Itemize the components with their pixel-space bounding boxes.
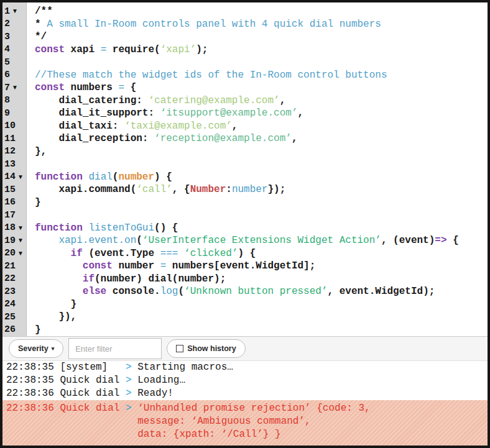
fold-toggle-icon[interactable]: ▼	[17, 225, 24, 231]
fold-toggle-icon[interactable]: ▼	[17, 250, 24, 257]
line-number: 26	[2, 324, 16, 335]
code-line-row: 2* A small In-Room controls panel with 4…	[2, 18, 488, 31]
code-line-row: 14▼function dial(number) {	[2, 171, 488, 184]
log-time: 22:38:35	[6, 374, 60, 387]
code-token: }	[35, 197, 41, 208]
code-token: if	[71, 248, 83, 259]
code-line[interactable]: /**	[26, 5, 53, 18]
code-editor[interactable]: 1▼/**2* A small In-Room controls panel w…	[2, 2, 488, 336]
log-arrow-icon: >	[126, 387, 137, 400]
code-line[interactable]: xapi.command(‘call’, {Number:number});	[26, 183, 285, 196]
code-token: ===	[160, 248, 178, 259]
code-token: =	[160, 260, 167, 272]
code-token: ,	[232, 121, 238, 132]
code-token: ‘itsupport@example.com’	[160, 107, 298, 119]
severity-filter-button[interactable]: Severity ▾	[9, 339, 63, 358]
code-token: number	[118, 171, 154, 183]
code-line[interactable]: },	[26, 145, 47, 158]
code-line[interactable]: const xapi = require(‘xapi’);	[26, 43, 208, 57]
code-line-row: 16}	[2, 196, 488, 209]
code-line[interactable]: else console.log(‘Unknown button pressed…	[26, 285, 435, 298]
gutter-cell: 16	[2, 196, 26, 209]
code-token: xapi.command(	[35, 184, 136, 195]
console-toolbar: Severity ▾ Show history	[2, 336, 488, 361]
code-token: ‘Unknown button pressed’	[184, 286, 327, 297]
code-token: ‘UserInterface Extensions Widget Action’	[142, 235, 381, 246]
code-token: *	[35, 19, 47, 30]
code-line[interactable]: */	[26, 30, 47, 43]
code-line[interactable]: if(number) dial(number);	[26, 273, 226, 286]
gutter-cell: 23	[2, 285, 26, 298]
log-source: Quick dial	[60, 374, 126, 387]
code-line[interactable]: dial_it_support: ‘itsupport@example.com’…	[26, 107, 303, 120]
code-line[interactable]: dial_taxi: ‘taxi@example.com’,	[26, 120, 238, 133]
code-line-row: 22 if(number) dial(number);	[2, 273, 488, 286]
code-line-row: 26}	[2, 324, 488, 337]
code-line[interactable]: if (event.Type === ‘clicked’) {	[26, 247, 256, 260]
code-token: number	[232, 184, 268, 195]
code-line[interactable]: }	[26, 324, 41, 337]
code-token: );	[196, 44, 208, 55]
code-line[interactable]	[26, 209, 35, 222]
code-token: dial_it_support:	[35, 107, 160, 119]
code-line[interactable]: xapi.event.on(‘UserInterface Extensions …	[26, 234, 459, 247]
code-line[interactable]	[26, 158, 35, 171]
line-number: 6	[2, 70, 10, 80]
log-time: 22:38:36	[6, 402, 60, 415]
code-token: const	[83, 260, 113, 272]
code-line[interactable]: }	[26, 196, 41, 209]
code-line[interactable]: }	[26, 298, 76, 311]
code-token: :	[226, 184, 232, 195]
code-token: ‘clicked’	[184, 248, 238, 259]
code-token: , {	[172, 184, 190, 195]
code-line[interactable]: dial_catering: ‘catering@example.com’,	[26, 94, 285, 107]
code-line[interactable]: function listenToGui() {	[26, 222, 178, 235]
code-token: log	[160, 286, 178, 297]
code-token: else	[83, 286, 106, 297]
code-line[interactable]: function dial(number) {	[26, 171, 172, 184]
gutter-cell: 3	[2, 30, 26, 43]
line-number: 24	[2, 299, 16, 309]
code-line-row: 20▼ if (event.Type === ‘clicked’) {	[2, 247, 488, 260]
line-number: 7	[2, 83, 10, 93]
code-line[interactable]: const number = numbers[event.WidgetId];	[26, 260, 315, 273]
fold-toggle-icon[interactable]: ▼	[12, 8, 18, 14]
code-line-row: 19▼ xapi.event.on(‘UserInterface Extensi…	[2, 234, 488, 247]
gutter-cell: 9	[2, 107, 26, 120]
console-log[interactable]: 22:38:35[system]>Starting macros…22:38:3…	[2, 361, 488, 446]
show-history-label: Show history	[187, 344, 236, 353]
code-line[interactable]: //These match the widget ids of the In-R…	[26, 69, 387, 82]
fold-toggle-icon[interactable]: ▼	[12, 85, 18, 91]
gutter-cell: 7▼	[2, 81, 26, 94]
code-token	[178, 248, 184, 259]
code-token: const	[35, 82, 65, 93]
gutter-cell: 13	[2, 158, 26, 171]
log-row: 22:38:35[system]>Starting macros…	[2, 361, 488, 374]
code-token: /**	[35, 6, 53, 17]
checkbox-icon[interactable]	[176, 345, 183, 352]
code-token: {	[124, 82, 136, 93]
code-token: ‘xapi’	[160, 44, 196, 55]
show-history-toggle[interactable]: Show history	[167, 339, 245, 358]
log-time: 22:38:36	[6, 387, 60, 400]
fold-toggle-icon[interactable]: ▼	[17, 237, 24, 244]
gutter-cell: 19▼	[2, 234, 26, 247]
log-source: [system]	[60, 361, 126, 374]
code-line[interactable]: dial_reception: ‘reception@example.com’,	[26, 132, 297, 145]
code-line[interactable]: }),	[26, 311, 76, 324]
code-token: =	[101, 44, 107, 55]
code-line[interactable]: * A small In-Room controls panel with 4 …	[26, 18, 381, 31]
code-token: listenToGui	[88, 222, 154, 234]
code-line[interactable]: const numbers = {	[26, 81, 136, 94]
code-token: Number	[190, 184, 226, 195]
line-number: 22	[2, 273, 16, 284]
code-line-row: 15 xapi.command(‘call’, {Number:number})…	[2, 183, 488, 196]
code-line-row: 17	[2, 209, 488, 222]
line-number: 20	[2, 248, 16, 258]
code-line[interactable]	[26, 56, 35, 69]
log-message: Starting macros…	[137, 361, 233, 374]
filter-input[interactable]	[68, 338, 162, 359]
line-number: 12	[2, 146, 16, 157]
code-line-row: 8 dial_catering: ‘catering@example.com’,	[2, 94, 488, 107]
fold-toggle-icon[interactable]: ▼	[17, 174, 24, 180]
